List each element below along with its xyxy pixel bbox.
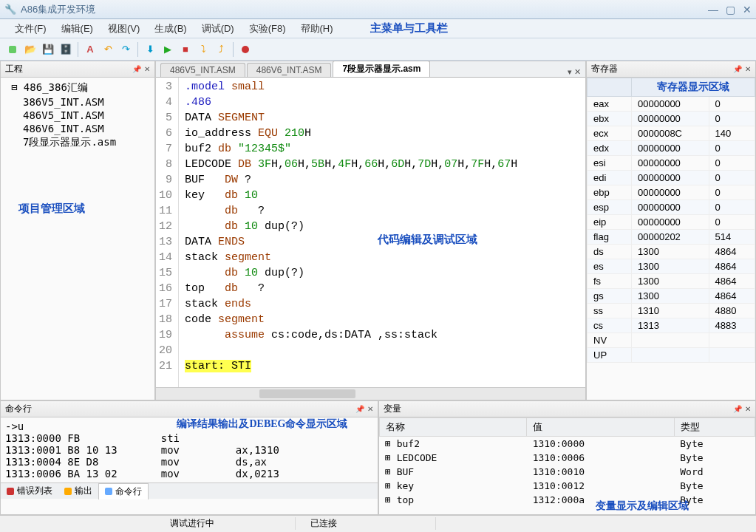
registers-table[interactable]: 寄存器显示区域 eax000000000ebx000000000ecx00000…	[587, 78, 755, 400]
register-row[interactable]: gs13004864	[588, 289, 755, 304]
code-label: 代码编辑及调试区域	[378, 233, 477, 247]
record-button[interactable]	[237, 41, 253, 58]
variables-panel: 变量 📌✕ 名称值类型⊞ buf21310:0000Byte⊞ LEDCODE1…	[378, 400, 757, 515]
app-icon: 🔧	[4, 4, 16, 16]
command-title: 命令行	[5, 403, 355, 415]
register-row[interactable]: ss13104880	[588, 304, 755, 318]
register-row[interactable]: esi000000000	[588, 156, 755, 171]
undo-button[interactable]: ↶	[100, 41, 116, 58]
register-row[interactable]: ebx000000000	[588, 112, 755, 126]
project-file[interactable]: 486V5_INT.ASM	[4, 109, 151, 122]
run-button[interactable]: ▶	[160, 41, 176, 58]
menu-item[interactable]: 文件(F)	[7, 20, 54, 38]
menu-label: 主菜单与工具栏	[370, 21, 448, 35]
menu-item[interactable]: 实验(F8)	[242, 20, 293, 38]
register-row[interactable]: NV	[588, 333, 755, 348]
variables-label: 变量显示及编辑区域	[596, 499, 689, 513]
build-button[interactable]: ⬇	[142, 41, 158, 58]
menu-item[interactable]: 编辑(E)	[54, 20, 101, 38]
save-button[interactable]: 💾	[40, 41, 56, 58]
maximize-button[interactable]: ▢	[726, 4, 735, 16]
menu-item[interactable]: 帮助(H)	[293, 20, 341, 38]
project-file[interactable]: 486V6_INT.ASM	[4, 122, 151, 135]
register-row[interactable]: fs13004864	[588, 274, 755, 289]
project-file[interactable]: 386V5_INT.ASM	[4, 95, 151, 109]
register-row[interactable]: UP	[588, 348, 755, 363]
status-connect: 已连接	[296, 517, 436, 530]
close-icon[interactable]: ✕	[144, 65, 150, 73]
var-col: 值	[527, 418, 675, 437]
editor-hscroll[interactable]	[156, 387, 585, 400]
project-file[interactable]: 7段显示器显示.asm	[4, 135, 151, 150]
status-bar: 调试进行中 已连接	[0, 515, 756, 531]
registers-panel: 寄存器 📌✕ 寄存器显示区域 eax000000000ebx000000000e…	[586, 61, 756, 400]
bottom-tab[interactable]: 错误列表	[1, 483, 58, 499]
pin-icon[interactable]: 📌	[132, 65, 141, 73]
step-into-button[interactable]: ⤵	[195, 41, 211, 58]
tab-dropdown-icon[interactable]: ▾	[568, 67, 572, 76]
command-label: 编译结果输出及DEBEG命令显示区域	[177, 417, 347, 431]
bottom-tab[interactable]: 输出	[58, 483, 98, 499]
register-row[interactable]: ds13004864	[588, 245, 755, 259]
minimize-button[interactable]: —	[708, 4, 718, 16]
bottom-tab[interactable]: 命令行	[98, 483, 149, 499]
editor-tab[interactable]: 486V5_INT.ASM	[160, 63, 245, 77]
variable-row[interactable]: ⊞ key1310:0012Byte	[379, 479, 755, 493]
main-area: 工程 📌✕ ⊟ 486_386汇编 386V5_INT.ASM486V5_INT…	[0, 61, 756, 400]
code-editor[interactable]: 3456789101112131415161718192021 .model s…	[156, 78, 585, 387]
register-row[interactable]: flag00000202514	[588, 230, 755, 245]
bottom-area: 命令行 📌✕ 编译结果输出及DEBEG命令显示区域 ->u 1313:0000 …	[0, 400, 756, 515]
register-row[interactable]: esp000000000	[588, 200, 755, 215]
pin-icon[interactable]: 📌	[733, 405, 742, 413]
var-col: 名称	[379, 418, 527, 437]
save-all-button[interactable]: 🗄️	[58, 41, 74, 58]
command-output[interactable]: 编译结果输出及DEBEG命令显示区域 ->u 1313:0000 FB sti …	[1, 417, 378, 482]
stop-button[interactable]: ■	[177, 41, 194, 58]
register-row[interactable]: edi000000000	[588, 171, 755, 185]
close-icon[interactable]: ✕	[745, 65, 751, 73]
command-panel: 命令行 📌✕ 编译结果输出及DEBEG命令显示区域 ->u 1313:0000 …	[0, 400, 378, 515]
pin-icon[interactable]: 📌	[733, 65, 742, 73]
register-row[interactable]: ecx0000008C140	[588, 126, 755, 141]
variables-table[interactable]: 名称值类型⊞ buf21310:0000Byte⊞ LEDCODE1310:00…	[379, 417, 756, 514]
tab-close-icon[interactable]: ✕	[574, 67, 581, 76]
project-label: 项目管理区域	[18, 202, 151, 216]
project-panel: 工程 📌✕ ⊟ 486_386汇编 386V5_INT.ASM486V5_INT…	[0, 61, 155, 400]
menu-item[interactable]: 生成(B)	[147, 20, 194, 38]
pin-icon[interactable]: 📌	[355, 405, 364, 413]
editor-tabs: 486V5_INT.ASM486V6_INT.ASM7段显示器显示.asm ▾ …	[156, 61, 585, 78]
var-col: 类型	[674, 418, 755, 437]
register-row[interactable]: cs13134883	[588, 318, 755, 333]
registers-title: 寄存器	[591, 63, 733, 75]
variable-row[interactable]: ⊞ BUF1310:0010Word	[379, 465, 755, 479]
register-row[interactable]: eax000000000	[588, 97, 755, 112]
editor-area: 486V5_INT.ASM486V6_INT.ASM7段显示器显示.asm ▾ …	[155, 61, 586, 400]
status-debug: 调试进行中	[155, 517, 296, 530]
project-tree[interactable]: ⊟ 486_386汇编 386V5_INT.ASM486V5_INT.ASM48…	[1, 78, 154, 219]
app-title: A86集成开发环境	[21, 3, 708, 16]
register-row[interactable]: edx000000000	[588, 141, 755, 156]
step-over-button[interactable]: ⤴	[213, 41, 229, 58]
titlebar: 🔧 A86集成开发环境 — ▢ ✕	[0, 0, 756, 19]
editor-tab[interactable]: 486V6_INT.ASM	[247, 63, 332, 77]
variable-row[interactable]: ⊞ LEDCODE1310:0006Byte	[379, 451, 755, 465]
menu-item[interactable]: 视图(V)	[101, 20, 147, 38]
redo-button[interactable]: ↷	[118, 41, 134, 58]
close-icon[interactable]: ✕	[745, 405, 751, 413]
close-icon[interactable]: ✕	[367, 405, 373, 413]
register-row[interactable]: eip000000000	[588, 215, 755, 230]
project-root: ⊟ 486_386汇编	[4, 81, 151, 95]
variable-row[interactable]: ⊞ buf21310:0000Byte	[379, 437, 755, 451]
variable-row[interactable]: ⊞ top1312:000aByte	[379, 493, 755, 507]
menu-item[interactable]: 调试(D)	[194, 20, 242, 38]
register-row[interactable]: ebp000000000	[588, 185, 755, 200]
close-button[interactable]: ✕	[743, 4, 752, 16]
menubar: 文件(F)编辑(E)视图(V)生成(B)调试(D)实验(F8)帮助(H) 主菜单…	[0, 19, 756, 38]
open-button[interactable]: 📂	[22, 41, 38, 58]
toolbar: 📂 💾 🗄️ A ↶ ↷ ⬇ ▶ ■ ⤵ ⤴	[0, 38, 756, 61]
register-row[interactable]: es13004864	[588, 259, 755, 274]
editor-tab[interactable]: 7段显示器显示.asm	[333, 61, 430, 77]
font-button[interactable]: A	[82, 41, 98, 58]
new-file-button[interactable]	[4, 41, 21, 58]
variables-title: 变量	[384, 403, 734, 415]
